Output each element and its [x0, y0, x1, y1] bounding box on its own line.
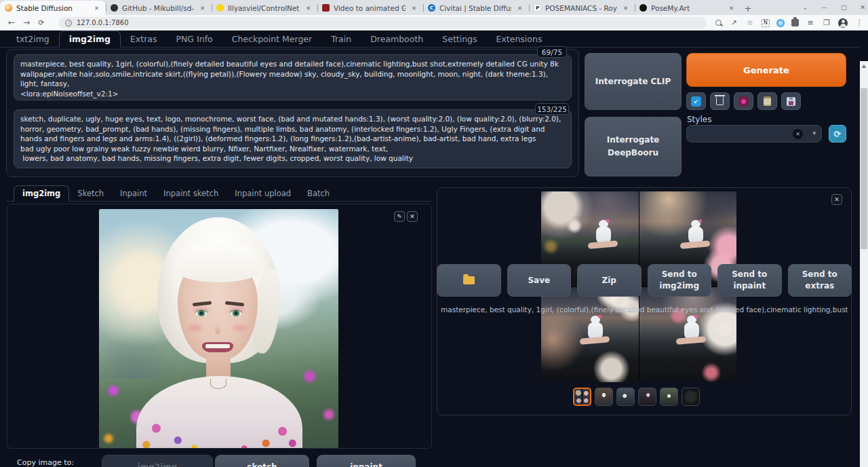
tab-batch[interactable]: Batch: [299, 186, 338, 201]
new-tab-button[interactable]: +: [741, 1, 755, 15]
gallery-image-3[interactable]: [541, 287, 639, 382]
tab-inpaint-sketch[interactable]: Inpaint sketch: [155, 186, 226, 201]
extension-blue-icon[interactable]: [776, 19, 785, 27]
screen: Stable Diffusion ✕ GitHub - Mikubill/sd-…: [0, 0, 868, 467]
edit-image-icon[interactable]: ✎: [394, 211, 405, 222]
thumbnail-3[interactable]: [616, 388, 635, 406]
maximize-icon[interactable]: □: [841, 5, 847, 11]
thumbnail-4[interactable]: [638, 388, 656, 406]
browser-menu-icon[interactable]: ⋮: [854, 18, 864, 27]
tab-png-info[interactable]: PNG Info: [166, 31, 222, 47]
tab-search-icon[interactable]: ⌄: [802, 5, 808, 11]
tab-title: PoseMy.Art: [651, 4, 723, 12]
browser-tab-controlnet[interactable]: Illyasviel/ControlNet at main ✕: [212, 1, 317, 15]
copy-to-sketch-button[interactable]: sketch: [215, 455, 309, 467]
styles-refresh-button[interactable]: ⟳: [829, 125, 846, 143]
tab-inpaint[interactable]: Inpaint: [112, 186, 155, 201]
tab-img2img[interactable]: img2img: [59, 31, 121, 48]
interrogate-deepbooru-button[interactable]: Interrogate DeepBooru: [585, 117, 682, 176]
tab-settings[interactable]: Settings: [433, 31, 486, 47]
browser-tab-posemyart[interactable]: PoseMy.Art ✕: [635, 1, 741, 15]
read-parameters-button[interactable]: ↙: [686, 92, 706, 110]
thumbnail-5[interactable]: [660, 388, 678, 406]
copy-to-img2img-button[interactable]: img2img: [102, 455, 213, 467]
tab-title: Civitai | Stable Diffusion model: [439, 4, 511, 12]
send-to-extras-button[interactable]: Send to extras: [788, 264, 852, 297]
tab-close-icon[interactable]: ✕: [727, 4, 736, 12]
interrogate-clip-button[interactable]: Interrogate CLIP: [585, 53, 682, 110]
extra-networks-button[interactable]: [734, 92, 753, 110]
source-image-area: ✎ ✕: [7, 204, 432, 449]
tab-dreambooth[interactable]: Dreambooth: [361, 31, 433, 47]
gradio-favicon: [5, 4, 12, 12]
scrollbar-thumb[interactable]: [861, 88, 867, 249]
thumbnail-1-selected[interactable]: [573, 388, 591, 406]
tab-close-icon[interactable]: ✕: [198, 4, 207, 12]
gallery-close-icon[interactable]: ✕: [831, 194, 842, 205]
tab-train[interactable]: Train: [321, 31, 361, 47]
back-icon[interactable]: ←: [8, 18, 15, 27]
huggingface-favicon: [216, 4, 224, 12]
tab-inpaint-upload[interactable]: Inpaint upload: [226, 186, 299, 201]
send-to-img2img-button[interactable]: Send to img2img: [648, 264, 712, 297]
share-icon[interactable]: ↗: [729, 18, 738, 27]
zip-button[interactable]: Zip: [577, 264, 642, 297]
tab-title: Video to animated GIF converter: [334, 4, 406, 12]
thumbnail-6[interactable]: [682, 388, 700, 406]
side-panel-icon[interactable]: ❐: [822, 18, 831, 27]
browser-tab-gif-converter[interactable]: Video to animated GIF converter ✕: [317, 1, 423, 15]
generate-button[interactable]: Generate: [686, 53, 846, 87]
browser-tab-github[interactable]: GitHub - Mikubill/sd-webui-con ✕: [106, 1, 212, 15]
source-image[interactable]: [99, 209, 338, 448]
minimize-icon[interactable]: —: [821, 5, 827, 11]
save-style-button[interactable]: [781, 92, 801, 110]
styles-label: Styles: [687, 115, 711, 124]
reload-icon[interactable]: ⟳: [38, 18, 44, 27]
tab-txt2img[interactable]: txt2img: [7, 31, 59, 47]
close-window-icon[interactable]: ✕: [860, 5, 865, 11]
tab-sketch[interactable]: Sketch: [69, 186, 112, 201]
tab-checkpoint-merger[interactable]: Checkpoint Merger: [222, 31, 321, 47]
posemyart-favicon: [639, 4, 647, 12]
remove-image-icon[interactable]: ✕: [407, 211, 418, 222]
scrollbar-up-arrow[interactable]: [862, 64, 866, 68]
reading-list-icon[interactable]: ≡: [806, 18, 815, 27]
save-button[interactable]: Save: [507, 264, 572, 297]
browser-tab-stable-diffusion[interactable]: Stable Diffusion ✕: [0, 1, 106, 15]
thumbnail-2[interactable]: [595, 388, 613, 406]
zoom-icon[interactable]: [715, 20, 722, 26]
gallery-image-4[interactable]: [639, 287, 737, 382]
address-bar[interactable]: i 127.0.0.1:7860: [58, 17, 707, 29]
tab-extras[interactable]: Extras: [121, 31, 167, 47]
trash-icon: [716, 97, 724, 105]
styles-clear-icon[interactable]: ✕: [793, 129, 803, 139]
bookmark-star-icon[interactable]: ☆: [745, 18, 755, 27]
prompt-token-counter: 69/75: [537, 46, 567, 58]
prompt-input[interactable]: masterpiece, best quality, 1girl, (color…: [14, 54, 572, 100]
tab-extensions[interactable]: Extensions: [487, 31, 552, 47]
extension-n-icon[interactable]: N: [762, 19, 770, 27]
tab-close-icon[interactable]: ✕: [621, 4, 630, 12]
negative-prompt-input[interactable]: sketch, duplicate, ugly, huge eyes, text…: [14, 109, 572, 168]
tab-close-icon[interactable]: ✕: [410, 4, 418, 12]
apply-styles-button[interactable]: [757, 92, 777, 110]
site-info-icon[interactable]: i: [65, 20, 72, 26]
tab-close-icon[interactable]: ✕: [304, 4, 313, 12]
forward-icon[interactable]: →: [23, 18, 30, 27]
extensions-puzzle-icon[interactable]: [791, 19, 799, 26]
open-folder-button[interactable]: [437, 264, 501, 297]
clear-prompt-button[interactable]: [710, 92, 730, 110]
browser-tab-posemaniacs[interactable]: P POSEMANIACS - Royalty free 3 ✕: [529, 1, 635, 15]
tab-img2img-mode[interactable]: img2img: [14, 185, 69, 202]
tab-close-icon[interactable]: ✕: [92, 4, 101, 12]
tab-close-icon[interactable]: ✕: [515, 4, 524, 12]
browser-tab-civitai[interactable]: C Civitai | Stable Diffusion model ✕: [423, 1, 529, 15]
folder-icon: [463, 276, 475, 284]
profile-avatar[interactable]: [838, 18, 848, 28]
send-to-inpaint-button[interactable]: Send to inpaint: [717, 264, 782, 297]
styles-dropdown[interactable]: ✕ ▾: [686, 125, 822, 143]
img2img-mode-tabs: img2img Sketch Inpaint Inpaint sketch In…: [7, 186, 432, 202]
posemaniacs-favicon: P: [534, 4, 541, 12]
copy-to-inpaint-button[interactable]: inpaint: [317, 455, 416, 467]
window-controls: ⌄ — □ ✕: [802, 0, 865, 15]
